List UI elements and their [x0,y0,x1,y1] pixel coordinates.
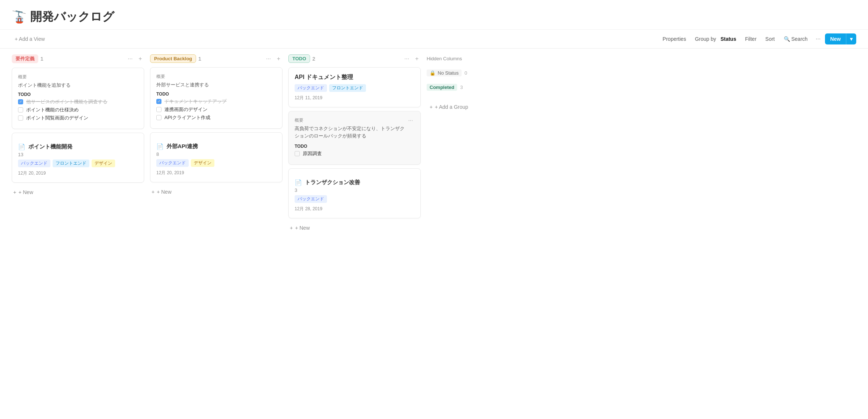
doc-icon: 📄 [156,143,164,150]
tag-design: デザイン [191,159,214,167]
card-backlog-2: 📄 外部API連携 8 バックエンド デザイン 12月 20, 2019 [150,132,282,182]
tag-backend: バックエンド [18,160,50,167]
column-count-backlog: 1 [198,56,201,62]
page-header: 🚡 開発バックログ [0,0,868,30]
card-description: ポイント機能を追加する [18,82,138,89]
add-group-button[interactable]: ++ Add a Group [427,102,471,112]
checklist-item[interactable]: ✓ ドキュメントキャッチアップ [156,98,276,105]
checkbox[interactable]: ✓ [156,99,161,104]
page-title: 🚡 開発バックログ [12,9,856,25]
more-options-button[interactable]: ··· [813,33,823,44]
doc-icon: 📄 [295,179,302,186]
search-icon: 🔍 [784,36,790,42]
column-header-backlog: Product Backlog 1 ··· + [150,54,282,63]
column-more-yoken[interactable]: ··· [125,55,135,63]
card-title: トランザクション改善 [305,179,360,186]
search-button[interactable]: 🔍 Search [780,34,811,44]
column-badge-backlog: Product Backlog [150,54,196,63]
card-num: 13 [18,152,138,157]
tag-backend: バックエンド [295,195,327,203]
checklist-item[interactable]: 連携画面のデザイン [156,106,276,113]
card-description: 外部サービスと連携する [156,81,276,89]
column-badge-todo: TODO [288,54,310,63]
card-description: 高負荷でコネクションが不安定になり、トランザクションのロールバックが頻発する [295,125,407,139]
checkbox[interactable] [18,107,23,112]
hidden-item-completed[interactable]: Completed 3 [427,82,530,93]
sort-button[interactable]: Sort [762,34,779,44]
lock-icon: 🔒 [430,70,435,76]
doc-icon: 📄 [18,143,25,150]
toolbar-left: + Add a View [12,35,656,43]
checklist-item[interactable]: 原因調査 [295,150,415,157]
column-badge-yoken: 要件定義 [12,54,38,63]
card-yoken-2: 📄 ポイント機能開発 13 バックエンド フロントエンド デザイン 12月 20… [12,133,144,183]
card-title: 外部API連携 [167,143,198,150]
page-icon: 🚡 [12,10,26,24]
toolbar: + Add a View Properties Group by Status … [0,30,868,49]
card-title: API ドキュメント整理 [295,74,415,81]
hidden-columns-title: Hidden Columns [427,56,530,61]
hidden-columns-panel: Hidden Columns 🔒 No Status 0 Completed 3… [427,54,530,112]
properties-button[interactable]: Properties [659,34,690,44]
column-count-todo: 2 [312,56,315,62]
card-date: 12月 28, 2019 [295,206,415,212]
checkbox[interactable] [295,151,300,156]
column-add-todo[interactable]: + [413,55,421,63]
card-section-label: 概要 [18,74,138,80]
column-yoken: 要件定義 1 ··· + 概要 ポイント機能を追加する TODO ✓ 他サービス… [12,54,144,198]
checklist-item[interactable]: ポイント機能の仕様決め [18,107,138,113]
card-yoken-1: 概要 ポイント機能を追加する TODO ✓ 他サービスのポイント機能を調査する … [12,68,144,129]
card-date: 12月 11, 2019 [295,95,415,101]
column-count-yoken: 1 [40,56,43,62]
column-backlog: Product Backlog 1 ··· + 概要 外部サービスと連携する T… [150,54,282,198]
checklist-item[interactable]: ポイント閲覧画面のデザイン [18,115,138,121]
checkbox[interactable] [156,107,161,112]
filter-button[interactable]: Filter [741,34,760,44]
tags: バックエンド フロントエンド デザイン [18,160,138,167]
column-header-yoken: 要件定義 1 ··· + [12,54,144,63]
add-new-backlog-button[interactable]: + + New [150,186,173,198]
card-more-button[interactable]: ··· [407,117,415,124]
add-new-yoken-button[interactable]: ++ New [12,186,35,198]
card-backlog-1: 概要 外部サービスと連携する TODO ✓ ドキュメントキャッチアップ 連携画面… [150,67,282,129]
tag-backend: バックエンド [156,159,189,167]
tag-frontend: フロントエンド [329,84,366,92]
card-date: 12月 20, 2019 [18,170,138,176]
tag-backend: バックエンド [295,84,327,92]
column-todo: TODO 2 ··· + API ドキュメント整理 バックエンド フロントエンド… [288,54,421,234]
todo-label: TODO [156,92,276,97]
card-section-label: 概要 [156,74,276,80]
tag-frontend: フロントエンド [53,160,89,167]
checkbox[interactable] [18,115,23,121]
toolbar-right: Properties Group by Status Filter Sort 🔍… [659,33,856,44]
hidden-item-no-status[interactable]: 🔒 No Status 0 [427,67,530,79]
card-num: 8 [156,151,276,157]
card-num: 3 [295,187,415,193]
tags: バックエンド [295,195,415,203]
card-date: 12月 20, 2019 [156,170,276,176]
tags: バックエンド フロントエンド [295,84,415,92]
new-button-chevron[interactable]: ▾ [846,33,856,44]
add-view-button[interactable]: + Add a View [12,35,48,43]
checkbox[interactable] [156,115,161,120]
new-button[interactable]: New ▾ [825,33,856,44]
board: 要件定義 1 ··· + 概要 ポイント機能を追加する TODO ✓ 他サービス… [0,49,868,343]
todo-label: TODO [18,92,138,97]
add-new-todo-button[interactable]: + + New [288,222,311,234]
column-add-backlog[interactable]: + [275,55,282,63]
card-todo-1: API ドキュメント整理 バックエンド フロントエンド 12月 11, 2019 [288,67,421,107]
card-section-label: 概要 [295,117,407,123]
column-add-yoken[interactable]: + [136,55,144,63]
card-title: ポイント機能開発 [28,143,72,150]
checklist-item[interactable]: ✓ 他サービスのポイント機能を調査する [18,99,138,105]
group-by-button[interactable]: Group by Status [691,34,740,44]
tags: バックエンド デザイン [156,159,276,167]
card-todo-2: 概要 高負荷でコネクションが不安定になり、トランザクションのロールバックが頻発す… [288,111,421,165]
column-more-backlog[interactable]: ··· [264,55,273,63]
checkbox[interactable]: ✓ [18,99,23,104]
checklist-item[interactable]: APIクライアント作成 [156,114,276,121]
tag-design: デザイン [92,160,115,167]
column-more-todo[interactable]: ··· [402,55,411,63]
column-header-todo: TODO 2 ··· + [288,54,421,63]
todo-label: TODO [295,144,415,149]
